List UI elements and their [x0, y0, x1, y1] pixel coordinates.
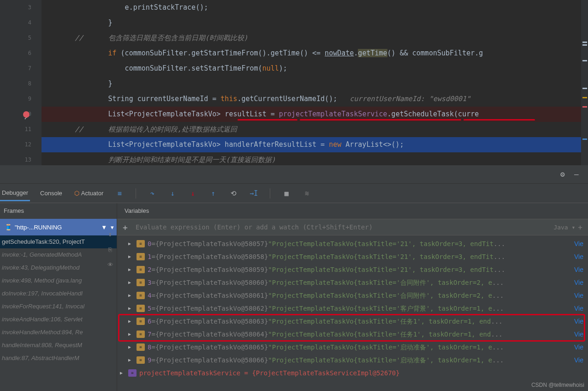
- force-step-into-icon[interactable]: ↓: [187, 187, 199, 199]
- variable-item[interactable]: ▶≡9 = {ProjectTemplateTaskVo@58066} "Pro…: [117, 354, 588, 367]
- stack-frame[interactable]: invoke:43, DelegatingMethod: [0, 261, 117, 274]
- run-to-cursor-icon[interactable]: →I: [248, 187, 260, 199]
- stack-frame[interactable]: getScheduleTask:520, ProjectT: [0, 235, 117, 248]
- watch-icon[interactable]: 👁: [107, 261, 113, 268]
- watermark: CSDN @tellmewhoisi: [531, 382, 584, 388]
- stack-frame[interactable]: doInvoke:197, InvocableHandl: [0, 287, 117, 300]
- evaluate-input[interactable]: [136, 223, 553, 231]
- frames-header: Frames: [0, 203, 117, 219]
- threads-icon[interactable]: ≡: [113, 187, 125, 199]
- variables-header: Variables: [117, 203, 588, 219]
- variable-item[interactable]: ▶≡8 = {ProjectTemplateTaskVo@58065} "Pro…: [117, 341, 588, 354]
- code-content[interactable]: e.printStackTrace(); } // 包含筛选日期是否包含当前日期…: [42, 0, 588, 165]
- breakpoint-icon[interactable]: [23, 111, 30, 118]
- filter-icon[interactable]: ▼: [101, 224, 107, 231]
- variable-item[interactable]: ▶≡projectTemplateTaskService = {ProjectT…: [117, 367, 588, 379]
- stack-frame[interactable]: invokeAndHandle:106, Servlet: [0, 313, 117, 326]
- thread-selector[interactable]: 🧵 "http-...RUNNING ▼ ▾: [0, 219, 117, 235]
- stack-frame[interactable]: invokeHandlerMethod:894, Re: [0, 326, 117, 339]
- variable-item[interactable]: ▶≡0 = {ProjectTemplateTaskVo@58057} "Pro…: [117, 237, 588, 250]
- stack-frame[interactable]: invoke:498, Method (java.lang: [0, 274, 117, 287]
- view-link[interactable]: Vie: [574, 328, 583, 341]
- variable-item[interactable]: ▶≡7 = {ProjectTemplateTaskVo@58064} "Pro…: [117, 328, 588, 341]
- minus-icon[interactable]: —: [574, 170, 583, 179]
- annotation-underline: [238, 119, 297, 120]
- annotation-underline: [463, 119, 535, 120]
- variables-panel: ↕ ⎘ 👁 Variables + Java ▾ + ▶≡0 = {Projec…: [117, 203, 588, 391]
- debug-panel: ⚙ — Debugger Console ⬡Actuator ≡ ↷ ↓ ↓ ↑…: [0, 165, 588, 391]
- plus-icon[interactable]: +: [123, 223, 132, 232]
- error-stripe[interactable]: [581, 0, 588, 165]
- line-gutter: 3 4 5 6 7 8 9 10 11 12 13: [0, 0, 42, 165]
- frame-list[interactable]: getScheduleTask:520, ProjectT invoke:-1,…: [0, 235, 117, 391]
- thread-icon: 🧵: [5, 224, 12, 231]
- debug-tabs: Debugger Console ⬡Actuator ≡ ↷ ↓ ↓ ↑ ⟲ →…: [0, 184, 588, 203]
- evaluate-row: + Java ▾ +: [117, 219, 588, 235]
- restore-layout-icon[interactable]: ↕: [108, 231, 112, 238]
- tab-console[interactable]: Console: [38, 186, 64, 200]
- variable-item[interactable]: ▶≡6 = {ProjectTemplateTaskVo@58063} "Pro…: [117, 315, 588, 328]
- annotation-underline: [300, 119, 461, 120]
- breakpoint-line[interactable]: 10: [0, 107, 42, 122]
- variable-tree[interactable]: ▶≡0 = {ProjectTemplateTaskVo@58057} "Pro…: [117, 235, 588, 391]
- dropdown-icon[interactable]: ▾: [111, 224, 114, 231]
- view-link[interactable]: Vie: [574, 237, 583, 250]
- view-link[interactable]: Vie: [574, 263, 583, 276]
- gear-icon[interactable]: ⚙: [560, 170, 570, 179]
- variable-item[interactable]: ▶≡1 = {ProjectTemplateTaskVo@58058} "Pro…: [117, 250, 588, 263]
- stack-frame[interactable]: handleInternal:808, RequestM: [0, 339, 117, 352]
- step-into-icon[interactable]: ↓: [166, 187, 178, 199]
- view-link[interactable]: Vie: [574, 289, 583, 302]
- drop-frame-icon[interactable]: ⟲: [227, 187, 239, 199]
- debug-toolbar-top: ⚙ —: [0, 165, 588, 184]
- stack-frame[interactable]: handle:87, AbstractHandlerM: [0, 352, 117, 365]
- stack-frame[interactable]: invokeForRequest:141, Invocal: [0, 300, 117, 313]
- step-out-icon[interactable]: ↑: [207, 187, 219, 199]
- tab-debugger[interactable]: Debugger: [0, 186, 30, 201]
- eval-language[interactable]: Java ▾: [553, 224, 575, 231]
- tab-actuator[interactable]: ⬡Actuator: [72, 186, 105, 200]
- view-link[interactable]: Vie: [574, 315, 583, 328]
- view-link[interactable]: Vie: [574, 276, 583, 289]
- variable-item[interactable]: ▶≡2 = {ProjectTemplateTaskVo@58059} "Pro…: [117, 263, 588, 276]
- code-editor[interactable]: 3 4 5 6 7 8 9 10 11 12 13 e.printStackTr…: [0, 0, 588, 165]
- view-link[interactable]: Vie: [574, 341, 583, 354]
- variable-item[interactable]: ▶≡5 = {ProjectTemplateTaskVo@58062} "Pro…: [117, 302, 588, 315]
- variable-item[interactable]: ▶≡3 = {ProjectTemplateTaskVo@58060} "Pro…: [117, 276, 588, 289]
- view-link[interactable]: Vie: [574, 302, 583, 315]
- stack-frame[interactable]: invoke:-1, GeneratedMethodA: [0, 248, 117, 261]
- evaluate-icon[interactable]: ▦: [280, 187, 292, 199]
- step-over-icon[interactable]: ↷: [146, 187, 158, 199]
- add-watch-icon[interactable]: +: [578, 223, 582, 232]
- actuator-icon: ⬡: [74, 190, 79, 197]
- variable-item[interactable]: ▶≡4 = {ProjectTemplateTaskVo@58061} "Pro…: [117, 289, 588, 302]
- trace-icon[interactable]: ≋: [301, 187, 313, 199]
- view-link[interactable]: Vie: [574, 354, 583, 367]
- copy-icon[interactable]: ⎘: [108, 246, 112, 253]
- frames-panel: Frames 🧵 "http-...RUNNING ▼ ▾ getSchedul…: [0, 203, 117, 391]
- view-link[interactable]: Vie: [574, 250, 583, 263]
